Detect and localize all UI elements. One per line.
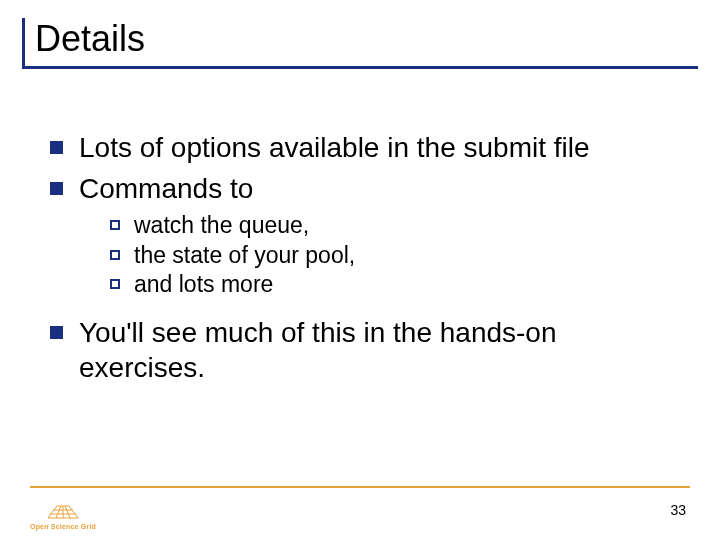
square-bullet-icon <box>50 182 63 195</box>
sub-bullet-text: watch the queue, <box>134 212 309 240</box>
title-block: Details <box>22 18 698 69</box>
slide-title: Details <box>22 18 698 69</box>
list-item: You'll see much of this in the hands-on … <box>50 315 680 385</box>
bullet-text: Commands to <box>79 171 253 206</box>
list-item: and lots more <box>110 271 680 299</box>
sub-list: watch the queue, the state of your pool,… <box>110 212 680 299</box>
sub-bullet-text: the state of your pool, <box>134 242 355 270</box>
list-item: watch the queue, <box>110 212 680 240</box>
logo-text: Open Science Grid <box>30 523 96 530</box>
grid-logo-icon <box>44 500 82 522</box>
square-bullet-icon <box>50 141 63 154</box>
hollow-square-icon <box>110 250 120 260</box>
list-item: Lots of options available in the submit … <box>50 130 680 165</box>
bullet-text: You'll see much of this in the hands-on … <box>79 315 680 385</box>
list-item: Commands to <box>50 171 680 206</box>
square-bullet-icon <box>50 326 63 339</box>
footer-divider <box>30 486 690 488</box>
hollow-square-icon <box>110 220 120 230</box>
slide-body: Lots of options available in the submit … <box>50 130 680 391</box>
list-item: the state of your pool, <box>110 242 680 270</box>
sub-bullet-text: and lots more <box>134 271 273 299</box>
logo: Open Science Grid <box>30 500 96 530</box>
page-number: 33 <box>670 502 686 518</box>
hollow-square-icon <box>110 279 120 289</box>
bullet-text: Lots of options available in the submit … <box>79 130 590 165</box>
